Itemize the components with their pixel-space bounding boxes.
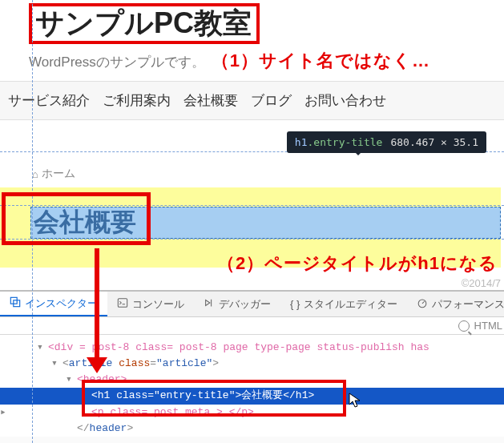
tab-console[interactable]: コンソール — [107, 292, 194, 316]
tab-debugger[interactable]: デバッガー — [194, 292, 280, 316]
site-title: サンプルPC教室 — [29, 3, 260, 44]
dom-row[interactable]: ▾ <article class="article"> — [0, 356, 504, 372]
nav-item[interactable]: ブログ — [251, 91, 292, 110]
debugger-icon — [204, 297, 215, 311]
devtools-search[interactable]: HTML — [458, 320, 504, 332]
tab-performance[interactable]: パフォーマンス — [407, 292, 504, 316]
tab-label: インスペクター — [25, 296, 98, 311]
tooltip-tag: h1 — [295, 136, 308, 148]
sample-page: サンプルPC教室 WordPressのサンプルです。 （1）サイト名ではなく… … — [0, 0, 504, 292]
tooltip-dimensions: 680.467 × 35.1 — [390, 136, 478, 148]
search-placeholder: HTML — [474, 320, 504, 332]
nav-item[interactable]: サービス紹介 — [8, 91, 90, 110]
style-icon: { } — [290, 298, 300, 310]
annotation-arrow — [91, 248, 103, 377]
tooltip-class: .entry-title — [308, 136, 383, 148]
nav-item[interactable]: 会社概要 — [183, 91, 238, 110]
mouse-cursor-icon — [349, 393, 361, 411]
performance-icon — [417, 297, 428, 311]
console-icon — [117, 297, 128, 311]
inspector-icon — [10, 296, 21, 310]
annotation-box-title — [2, 192, 151, 245]
tab-label: パフォーマンス — [432, 297, 504, 312]
devtools-search-row: HTML — [0, 317, 504, 335]
tab-label: コンソール — [132, 297, 184, 312]
svg-line-5 — [422, 301, 425, 304]
search-icon — [458, 320, 470, 332]
devtools-panel: インスペクター コンソール デバッガー { } スタイルエディター パフォーマン… — [0, 290, 504, 443]
svg-rect-2 — [118, 299, 127, 308]
dom-row[interactable]: ▾ <div = post-8 class= post-8 page type-… — [0, 340, 504, 356]
breadcrumb-home[interactable]: ホーム — [42, 167, 75, 181]
global-nav: サービス紹介 ご利用案内 会社概要 ブログ お問い合わせ — [0, 81, 504, 120]
date-hint: ©2014/7 — [462, 277, 501, 289]
home-icon: ⌂ — [32, 168, 38, 180]
nav-item[interactable]: お問い合わせ — [304, 91, 386, 110]
nav-item[interactable]: ご利用案内 — [103, 91, 171, 110]
site-tagline: WordPressのサンプルです。 — [29, 53, 205, 71]
devtools-tabs: インスペクター コンソール デバッガー { } スタイルエディター パフォーマン… — [0, 292, 504, 317]
annotation-box-code — [82, 380, 346, 417]
tab-style-editor[interactable]: { } スタイルエディター — [280, 292, 407, 316]
annotation-2: （2）ページタイトルがh1になる — [217, 252, 498, 276]
dom-row[interactable]: </header> — [0, 421, 504, 437]
tab-label: デバッガー — [219, 297, 271, 312]
tab-label: スタイルエディター — [304, 297, 397, 312]
inspector-tooltip: h1.entry-title 680.467 × 35.1 — [287, 131, 486, 153]
annotation-1: （1）サイト名ではなく… — [212, 49, 430, 73]
